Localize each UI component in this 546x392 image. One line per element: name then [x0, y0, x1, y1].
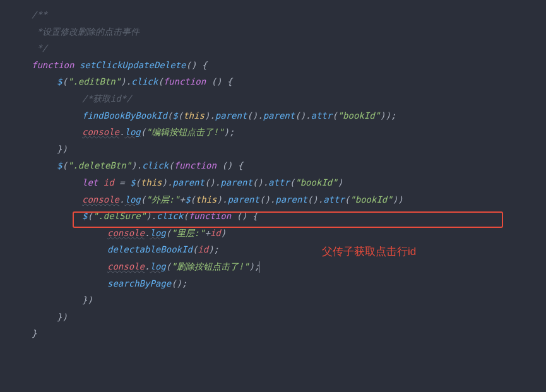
code-line: $(".deleteBtn").click(function () { [19, 157, 546, 174]
code-line: } [19, 325, 546, 342]
code-line: console.log("外层:"+$(this).parent().paren… [19, 191, 546, 208]
code-line: $(".editBtn").click(function () { [19, 73, 546, 90]
code-line: */ [19, 40, 546, 57]
text-cursor [259, 261, 259, 273]
code-editor[interactable]: /** *设置修改删除的点击事件 */ function setClickUpd… [0, 6, 546, 342]
code-line: findBookByBookId($(this).parent().parent… [19, 107, 546, 124]
code-line: }) [19, 292, 546, 309]
code-line: function setClickUpdateDelete() { [19, 57, 546, 74]
code-line: *设置修改删除的点击事件 [19, 23, 546, 40]
code-line: $(".delSure").click(function () { [19, 208, 546, 225]
code-line: console.log("里层:"+id) [19, 225, 546, 242]
code-line: console.log("删除按钮点击了!"); [19, 258, 546, 275]
code-line: delectableBookId(id); [19, 241, 546, 258]
annotation-text: 父传子获取点击行id [322, 242, 416, 262]
code-line: let id = $(this).parent().parent().attr(… [19, 174, 546, 191]
code-line: searchByPage(); [19, 275, 546, 292]
code-line: console.log("编辑按钮点击了!"); [19, 124, 546, 141]
code-line: /*获取id*/ [19, 90, 546, 107]
code-line: }) [19, 141, 546, 158]
code-line: }) [19, 309, 546, 326]
code-line: /** [19, 6, 546, 23]
